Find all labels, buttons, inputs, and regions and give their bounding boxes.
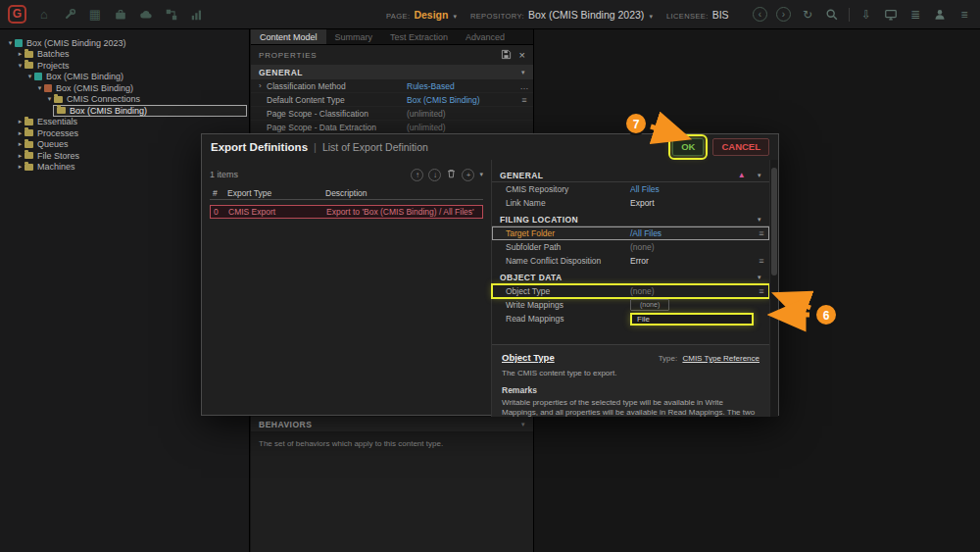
- read-mappings-value[interactable]: File: [630, 313, 754, 326]
- refresh-icon[interactable]: ↻: [800, 7, 815, 23]
- property-row-write-mappings[interactable]: Write Mappings (none): [492, 298, 769, 312]
- property-row-name-conflict-disposition[interactable]: Name Conflict Disposition Error ≡: [492, 254, 769, 268]
- chevron-down-icon[interactable]: ▾: [649, 13, 653, 21]
- chevron-down-icon[interactable]: ▾: [521, 69, 525, 76]
- property-row-page-scope-classification[interactable]: Page Scope - Classification (unlimited): [251, 107, 533, 121]
- property-row-read-mappings[interactable]: Read Mappings File: [492, 312, 769, 326]
- menu-icon[interactable]: ≡: [754, 286, 769, 296]
- tab-content-model[interactable]: Content Model: [251, 29, 326, 44]
- folder-icon: [24, 152, 33, 159]
- chevron-down-icon[interactable]: ▾: [45, 95, 54, 103]
- chevron-right-icon[interactable]: ▸: [16, 118, 24, 125]
- tab-test-extraction[interactable]: Test Extraction: [381, 29, 457, 44]
- ellipsis-icon[interactable]: …: [515, 81, 533, 91]
- menu-icon[interactable]: ≡: [515, 95, 533, 105]
- tab-advanced[interactable]: Advanced: [457, 29, 514, 44]
- property-row-object-type[interactable]: Object Type (none) ≡: [492, 284, 769, 298]
- menu-icon[interactable]: ≡: [754, 256, 769, 266]
- scrollbar-thumb[interactable]: [771, 168, 777, 276]
- help-type-link[interactable]: CMIS Type Reference: [682, 354, 760, 363]
- chevron-down-icon[interactable]: ▾: [6, 39, 15, 47]
- tools-icon[interactable]: [62, 7, 77, 23]
- property-row-default-content-type[interactable]: Default Content Type Box (CMIS Binding) …: [251, 93, 533, 107]
- chart-icon[interactable]: [189, 7, 205, 23]
- trash-icon[interactable]: [446, 166, 457, 183]
- section-header-general[interactable]: GENERAL ▾: [251, 65, 533, 79]
- batches-grid-icon[interactable]: ▦: [87, 7, 103, 23]
- chevron-right-icon[interactable]: ▸: [16, 129, 24, 137]
- behaviors-section: BEHAVIORS ▾ The set of behaviors which a…: [251, 417, 533, 448]
- user-icon[interactable]: [932, 7, 948, 23]
- chevron-down-icon[interactable]: ▾: [35, 84, 44, 92]
- page-value[interactable]: Design: [414, 9, 448, 21]
- help-title: Object Type: [502, 352, 555, 363]
- chevron-right-icon[interactable]: ▸: [16, 163, 24, 171]
- column-header-description[interactable]: Description: [325, 188, 483, 198]
- property-row-classification-method[interactable]: ›Classification Method Rules-Based …: [251, 79, 533, 93]
- chevron-right-icon[interactable]: ▸: [16, 50, 24, 58]
- folder-icon: [57, 107, 66, 114]
- chevron-down-icon[interactable]: ▾: [758, 172, 761, 179]
- cloud-icon[interactable]: [138, 7, 154, 23]
- property-row-page-scope-data-extraction[interactable]: Page Scope - Data Extraction (unlimited): [251, 121, 533, 134]
- chevron-down-icon[interactable]: ▾: [521, 421, 525, 428]
- write-mappings-value[interactable]: (none): [630, 299, 669, 311]
- export-definitions-dialog: Export Definitions | List of Export Defi…: [201, 133, 779, 416]
- scrollbar[interactable]: [769, 160, 778, 417]
- ok-button[interactable]: OK: [672, 138, 704, 156]
- close-icon[interactable]: ×: [519, 49, 525, 61]
- menu-icon[interactable]: ≡: [754, 228, 769, 238]
- add-icon[interactable]: +: [462, 169, 474, 181]
- shapes-icon[interactable]: [164, 7, 179, 23]
- app-logo[interactable]: G: [8, 5, 26, 24]
- monitor-icon[interactable]: [883, 7, 899, 23]
- page-label: PAGE:: [386, 12, 410, 21]
- chevron-right-icon[interactable]: ▸: [16, 152, 24, 160]
- chevron-down-icon[interactable]: ▾: [25, 73, 34, 80]
- nav-forward-icon[interactable]: ›: [776, 7, 791, 22]
- chevron-down-icon[interactable]: ▾: [479, 171, 483, 178]
- help-remarks-text: Writable properties of the selected type…: [502, 398, 760, 417]
- tree-item-projects[interactable]: ▾ Projects: [0, 60, 249, 72]
- tree-item-cmis-connections[interactable]: ▾ CMIS Connections: [0, 94, 249, 106]
- briefcase-icon[interactable]: [113, 7, 128, 23]
- tab-summary[interactable]: Summary: [326, 29, 382, 44]
- tree-item-batches[interactable]: ▸ Batches: [0, 49, 249, 61]
- section-header-behaviors[interactable]: BEHAVIORS ▾: [251, 417, 533, 431]
- chevron-down-icon[interactable]: ▾: [16, 62, 24, 70]
- save-icon[interactable]: [501, 46, 512, 64]
- move-down-icon[interactable]: ↓: [428, 169, 441, 181]
- section-header-object-data[interactable]: OBJECT DATA ▾: [492, 271, 769, 284]
- download-icon[interactable]: ⇩: [858, 7, 874, 23]
- menu-icon[interactable]: ≡: [956, 7, 972, 23]
- context-breadcrumb: PAGE: Design ▾ REPOSITORY: Box (CMIS Bin…: [386, 9, 729, 21]
- expander-icon[interactable]: ›: [259, 81, 267, 90]
- tree-item-essentials[interactable]: ▸ Essentials: [0, 117, 249, 128]
- tree-item-project-box[interactable]: ▾ Box (CMIS Binding): [0, 72, 249, 83]
- column-header-number[interactable]: #: [210, 188, 227, 198]
- property-row-link-name[interactable]: Link Name Export: [492, 196, 769, 210]
- chevron-right-icon[interactable]: ▸: [16, 140, 24, 148]
- repository-value[interactable]: Box (CMIS Binding 2023): [528, 9, 644, 21]
- home-icon[interactable]: ⌂: [36, 7, 52, 23]
- section-header-filing-location[interactable]: FILING LOCATION ▾: [492, 213, 769, 226]
- property-row-target-folder[interactable]: Target Folder /All Files ≡: [492, 226, 769, 240]
- tree-item-selected-box-cmis-binding[interactable]: Box (CMIS Binding): [53, 105, 247, 117]
- layers-icon[interactable]: ≣: [907, 7, 923, 23]
- property-row-cmis-repository[interactable]: CMIS Repository All Files: [492, 182, 769, 196]
- chevron-down-icon[interactable]: ▾: [758, 216, 761, 224]
- column-header-export-type[interactable]: Export Type: [227, 188, 325, 198]
- property-row-subfolder-path[interactable]: Subfolder Path (none): [492, 240, 769, 254]
- tree-item-root[interactable]: ▾ Box (CMIS Binding 2023): [0, 37, 249, 49]
- section-header-general[interactable]: GENERAL ▲ ▾: [492, 169, 769, 182]
- search-icon[interactable]: [824, 7, 840, 23]
- tree-item-content-model-box[interactable]: ▾ Box (CMIS Binding): [0, 82, 249, 94]
- move-up-icon[interactable]: ↑: [411, 169, 423, 181]
- warning-icon: ▲: [738, 171, 746, 179]
- cancel-button[interactable]: CANCEL: [712, 138, 769, 156]
- chevron-down-icon[interactable]: ▾: [758, 274, 761, 281]
- chevron-down-icon[interactable]: ▾: [453, 13, 457, 21]
- list-row-cmis-export[interactable]: 0 CMIS Export Export to 'Box (CMIS Bindi…: [210, 205, 483, 219]
- folder-icon: [24, 51, 33, 58]
- nav-back-icon[interactable]: ‹: [753, 7, 767, 22]
